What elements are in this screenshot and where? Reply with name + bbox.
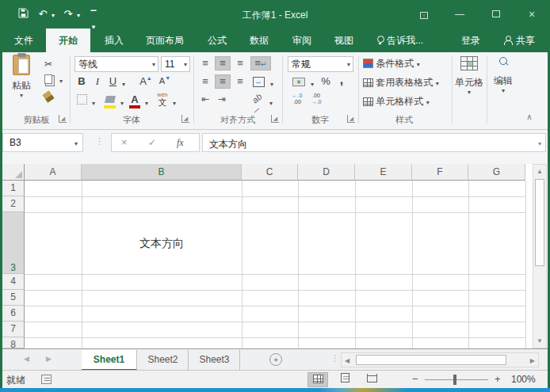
number-dialog-launcher[interactable]: ◢ (347, 115, 355, 123)
underline-button[interactable]: U (108, 75, 118, 87)
scroll-up-icon[interactable]: ▲ (533, 168, 546, 175)
percent-style-button[interactable]: % (319, 75, 333, 87)
tab-data[interactable]: 数据 (240, 29, 278, 52)
tab-view[interactable]: 视图 (325, 29, 363, 52)
tab-home[interactable]: 开始 (46, 29, 90, 52)
column-header-b[interactable]: B (82, 164, 242, 181)
cell-styles-button[interactable]: 单元格样式 ▾ (363, 95, 452, 108)
column-header-a[interactable]: A (25, 164, 82, 181)
name-box-splitter[interactable]: ⋮ (95, 136, 104, 147)
font-dialog-launcher[interactable]: ◢ (181, 115, 189, 123)
tell-me-box[interactable]: 告诉我... (366, 29, 434, 52)
ribbon-display-options-button[interactable]: ↑ (412, 8, 436, 22)
fill-color-button[interactable] (103, 94, 116, 108)
underline-dropdown[interactable]: ▾ (120, 78, 128, 89)
font-size-combo[interactable]: 11▾ (161, 56, 190, 72)
bottom-align-button[interactable]: ≡ (233, 57, 247, 70)
sheet-tab-sheet3[interactable]: Sheet3 (189, 350, 240, 371)
page-break-preview-button[interactable] (361, 372, 382, 387)
shrink-font-button[interactable]: A▼ (159, 75, 171, 86)
conditional-formatting-button[interactable]: 条件格式 ▾ (363, 57, 450, 70)
format-as-table-button[interactable]: 套用表格格式 ▾ (363, 76, 452, 89)
merge-center-dropdown[interactable]: ▾ (268, 78, 276, 89)
italic-button[interactable]: I (93, 75, 102, 88)
sheet-tab-sheet2[interactable]: Sheet2 (138, 350, 189, 371)
cell-b3[interactable]: 文本方向 (82, 212, 242, 274)
font-color-button[interactable]: A (128, 93, 141, 108)
decrease-indent-button[interactable]: ⇤ (198, 93, 212, 105)
tab-file[interactable]: 文件 (6, 29, 41, 52)
phonetic-guide-button[interactable]: wén文 (155, 92, 170, 107)
grow-font-button[interactable]: A▲ (139, 75, 152, 87)
normal-view-button[interactable] (307, 372, 328, 387)
horizontal-scrollbar[interactable]: ◀ ▶ (341, 352, 539, 367)
cut-button[interactable]: ✂ (41, 59, 55, 70)
row-header-2[interactable]: 2 (2, 196, 25, 212)
new-sheet-button[interactable]: ＋ (269, 353, 282, 366)
sheet-nav-left-icon[interactable]: ◀ (24, 355, 29, 363)
editing-button[interactable]: 编辑 ▾ (488, 56, 518, 115)
select-all-corner[interactable] (2, 164, 25, 181)
zoom-in-button[interactable]: + (495, 373, 501, 385)
row-header-7[interactable]: 7 (2, 322, 25, 337)
wrap-text-button[interactable]: ≡↵ (250, 56, 271, 70)
tab-splitter[interactable]: ⋮ (331, 354, 339, 363)
sign-in-button[interactable]: 登录 (453, 29, 488, 52)
name-box[interactable]: B3 ▾ (2, 133, 83, 152)
row-header-3[interactable]: 3 (2, 212, 25, 274)
vertical-scroll-thumb[interactable] (535, 179, 544, 266)
collapse-ribbon-button[interactable]: ∧ (521, 112, 537, 121)
increase-indent-button[interactable]: ⇥ (215, 93, 229, 105)
merge-center-button[interactable]: ↔ (250, 75, 266, 87)
macro-record-icon[interactable] (41, 375, 52, 384)
clipboard-dialog-launcher[interactable]: ◢ (59, 115, 67, 123)
align-right-button[interactable]: ≡ (233, 75, 247, 88)
top-align-button[interactable]: ≡ (198, 57, 212, 70)
zoom-out-button[interactable]: − (412, 373, 418, 385)
comma-style-button[interactable]: , (336, 73, 347, 87)
paste-button[interactable]: 粘贴 ▾ (5, 55, 38, 113)
number-format-combo[interactable]: 常规▾ (288, 56, 353, 72)
decrease-decimal-button[interactable]: .00→.0 (307, 93, 325, 106)
borders-dropdown[interactable]: ▾ (90, 97, 97, 108)
zoom-level-label[interactable]: 100% (511, 374, 536, 385)
zoom-slider-track[interactable] (425, 379, 488, 380)
center-button[interactable]: ≡ (215, 74, 231, 89)
accounting-format-button[interactable]: ¥ (290, 75, 307, 86)
row-header-4[interactable]: 4 (2, 274, 25, 290)
phonetic-dropdown[interactable]: ▾ (170, 97, 178, 108)
scroll-right-icon[interactable]: ▶ (530, 357, 535, 364)
column-header-e[interactable]: E (355, 164, 412, 181)
page-layout-view-button[interactable] (334, 372, 355, 387)
middle-align-button[interactable]: ≡ (215, 56, 231, 70)
column-header-f[interactable]: F (412, 164, 468, 181)
column-header-d[interactable]: D (298, 164, 355, 181)
align-left-button[interactable]: ≡ (198, 75, 212, 88)
orientation-button[interactable]: ab (249, 93, 265, 112)
column-header-g[interactable]: G (468, 164, 525, 181)
accounting-dropdown[interactable]: ▾ (308, 78, 316, 89)
fill-color-dropdown[interactable]: ▾ (118, 97, 126, 108)
format-painter-button[interactable] (41, 92, 55, 104)
borders-button[interactable] (76, 94, 88, 107)
font-color-dropdown[interactable]: ▾ (143, 97, 151, 108)
scroll-left-icon[interactable]: ◀ (345, 357, 349, 364)
row-header-6[interactable]: 6 (2, 306, 25, 322)
tab-page-layout[interactable]: 页面布局 (136, 29, 193, 52)
close-button[interactable]: × (520, 8, 544, 22)
enter-button[interactable]: ✓ (148, 137, 156, 148)
formula-bar-expand-icon[interactable]: ▾ (538, 141, 541, 147)
column-header-c[interactable]: C (242, 164, 298, 181)
sheet-nav-right-icon[interactable]: ▶ (46, 355, 52, 363)
bold-button[interactable]: B (76, 75, 87, 87)
horizontal-scroll-thumb[interactable] (356, 355, 506, 365)
copy-button[interactable] (41, 74, 55, 86)
tab-review[interactable]: 审阅 (283, 29, 321, 52)
increase-decimal-button[interactable]: ←.0.00 (288, 93, 306, 106)
share-button[interactable]: 共享 (493, 29, 545, 52)
scroll-down-icon[interactable]: ▼ (533, 337, 546, 344)
copy-dropdown[interactable]: ▾ (57, 74, 65, 86)
cancel-button[interactable]: × (121, 136, 128, 148)
row-header-1[interactable]: 1 (2, 181, 25, 196)
tab-insert[interactable]: 插入 (95, 29, 133, 52)
